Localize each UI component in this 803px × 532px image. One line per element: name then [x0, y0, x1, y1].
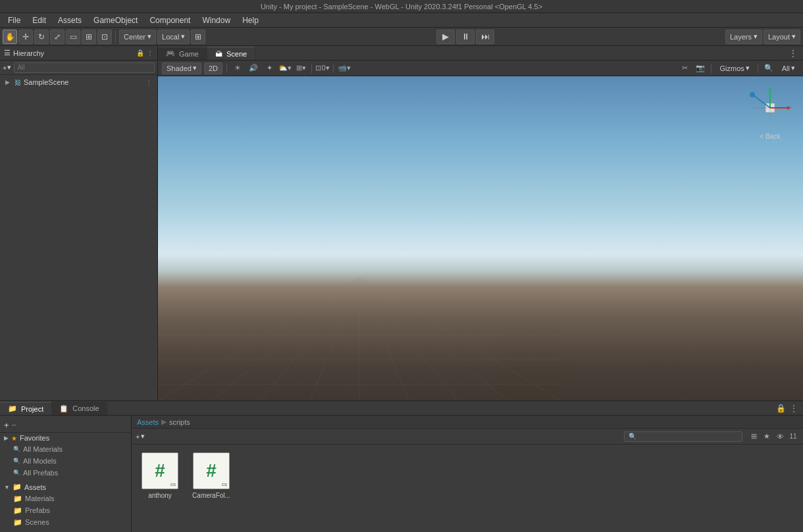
shading-dropdown[interactable]: Shaded ▾ [162, 62, 201, 74]
prefabs-folder[interactable]: 📁 Prefabs [0, 504, 131, 516]
scene-sep1 [226, 64, 227, 73]
center-label: Center [124, 33, 145, 41]
all-models-label: All Models [23, 457, 57, 465]
all-prefabs-item[interactable]: 🔍 All Prefabs [0, 467, 131, 479]
prefabs-folder-icon: 📁 [13, 506, 22, 515]
breadcrumb-root[interactable]: Assets [137, 418, 159, 426]
scene-tabs: 🎮 Game 🏔 Scene ⋮ [158, 46, 803, 60]
all-chevron: ▾ [791, 64, 795, 72]
favorites-header[interactable]: ▶ ★ Favorites [0, 433, 131, 443]
hierarchy-header-right: 🔒 ⋮ [136, 49, 153, 57]
tab-project[interactable]: 📁 Project [0, 402, 51, 415]
tool-snap[interactable]: ⊞ [191, 30, 205, 44]
project-add-button[interactable]: + ▾ [136, 432, 145, 441]
scene-search-icon[interactable]: 🔍 [762, 62, 775, 74]
svg-line-12 [359, 278, 409, 400]
asset-camerafol[interactable]: # cs CameraFol... [188, 450, 234, 502]
bottom-lock-icon[interactable]: 🔒 [776, 404, 786, 413]
materials-label: Materials [25, 495, 55, 502]
tool-transform[interactable]: ⊞ [82, 30, 96, 44]
step-button[interactable]: ⏭ [476, 30, 494, 44]
all-button[interactable]: All ▾ [778, 62, 799, 74]
hierarchy-sample-scene[interactable]: ▶ ⛓ SampleScene ⋮ [0, 76, 157, 88]
scene-camera-btn[interactable]: 📹 ▾ [338, 62, 351, 74]
expand-icon: ▶ [5, 79, 12, 85]
sep1 [115, 31, 116, 43]
scene-more[interactable]: ⋮ [145, 79, 152, 86]
scene-skybox-btn[interactable]: ⛅ ▾ [278, 62, 292, 74]
2d-button[interactable]: 2D [204, 62, 222, 74]
all-materials-item[interactable]: 🔍 All Materials [0, 443, 131, 455]
tool-hand[interactable]: ✋ [3, 30, 17, 44]
add-chevron: ▾ [7, 63, 11, 72]
all-models-item[interactable]: 🔍 All Models [0, 455, 131, 467]
menu-window[interactable]: Window [197, 14, 236, 26]
tab-console[interactable]: 📋 Console [51, 402, 107, 415]
scenes-folder[interactable]: 📁 Scenes [0, 516, 131, 528]
local-button[interactable]: Local ▾ [157, 30, 190, 44]
scene-grid-btn[interactable]: ⊞ ▾ [294, 62, 307, 74]
scene-viewport[interactable]: < Back [158, 76, 803, 400]
layers-button[interactable]: Layers ▾ [725, 30, 762, 44]
tool-rotate[interactable]: ↻ [34, 30, 49, 44]
hierarchy-panel: ☰ Hierarchy 🔒 ⋮ + ▾ ▶ ⛓ SampleScene [0, 46, 158, 400]
project-sidebar: + − ▶ ★ Favorites 🔍 All Materials 🔍 All … [0, 416, 132, 532]
scene-light-btn[interactable]: ☀ [231, 62, 244, 74]
search-icon-models: 🔍 [13, 458, 20, 464]
sidebar-minus-btn[interactable]: − [12, 420, 17, 430]
tool-custom[interactable]: ⊡ [97, 30, 112, 44]
scene-tabs-more[interactable]: ⋮ [783, 48, 803, 59]
svg-line-9 [261, 278, 359, 400]
assets-header[interactable]: ▼ 📁 Assets [0, 481, 131, 493]
tool-move[interactable]: ✛ [18, 30, 33, 44]
gizmo-svg [744, 82, 796, 134]
layout-button[interactable]: Layout ▾ [764, 30, 800, 44]
scenes-label: Scenes [25, 518, 49, 526]
svg-line-8 [211, 278, 359, 400]
menu-gameobject[interactable]: GameObject [88, 14, 143, 26]
play-button[interactable]: ▶ [436, 30, 455, 44]
tool-rect[interactable]: ▭ [66, 30, 80, 44]
hierarchy-menu-icon: ☰ [4, 49, 11, 57]
hierarchy-header: ☰ Hierarchy 🔒 ⋮ [0, 46, 157, 60]
pause-button[interactable]: ⏸ [456, 30, 475, 44]
menu-file[interactable]: File [3, 14, 26, 26]
menu-assets[interactable]: Assets [53, 14, 87, 26]
scene-scissors-icon[interactable]: ✂ [678, 62, 691, 74]
sidebar-add-btn[interactable]: + [4, 420, 9, 430]
scene-effects-btn[interactable]: ✦ [263, 62, 276, 74]
center-button[interactable]: Center ▾ [119, 30, 156, 44]
star-view-btn[interactable]: ★ [761, 431, 773, 442]
grid-view-btn[interactable]: ⊞ [748, 431, 760, 442]
hierarchy-add-button[interactable]: + ▾ [3, 63, 11, 72]
gizmos-chevron: ▾ [746, 64, 750, 72]
tool-scale[interactable]: ⤢ [50, 30, 65, 44]
gizmo-widget[interactable]: < Back [744, 82, 796, 141]
hierarchy-lock-icon[interactable]: 🔒 [136, 49, 144, 57]
scene-audio-btn[interactable]: 🔊 [247, 62, 260, 74]
menu-help[interactable]: Help [237, 14, 264, 26]
svg-marker-18 [787, 106, 791, 110]
asset-anthony[interactable]: # cs anthony [137, 450, 183, 502]
gizmos-button[interactable]: Gizmos ▾ [715, 62, 753, 74]
local-chevron: ▾ [181, 32, 185, 41]
menu-component[interactable]: Component [144, 14, 195, 26]
hierarchy-toolbar: + ▾ [0, 60, 157, 75]
scene-tab-label: Scene [226, 50, 247, 58]
hierarchy-more-icon[interactable]: ⋮ [147, 49, 153, 57]
toolbar: ✋ ✛ ↻ ⤢ ▭ ⊞ ⊡ Center ▾ Local ▾ ⊞ ▶ ⏸ ⏭ L… [0, 28, 803, 46]
materials-folder[interactable]: 📁 Materials [0, 493, 131, 504]
tab-game[interactable]: 🎮 Game [158, 47, 207, 60]
project-search-input[interactable] [624, 431, 742, 442]
bottom-more-icon[interactable]: ⋮ [790, 404, 798, 413]
eye-view-btn[interactable]: 👁 [774, 431, 786, 442]
sidebar-add-toolbar: + − [0, 418, 131, 433]
tab-scene[interactable]: 🏔 Scene [207, 47, 255, 60]
scene-layers-num[interactable]: ⊡0 ▾ [316, 62, 329, 74]
hierarchy-search[interactable] [14, 62, 155, 73]
menu-edit[interactable]: Edit [27, 14, 51, 26]
breadcrumb: Assets ▶ scripts [132, 416, 803, 429]
center-chevron: ▾ [147, 32, 151, 41]
scene-camera-small[interactable]: 📷 [694, 62, 707, 74]
project-tab-icon: 📁 [8, 404, 17, 413]
